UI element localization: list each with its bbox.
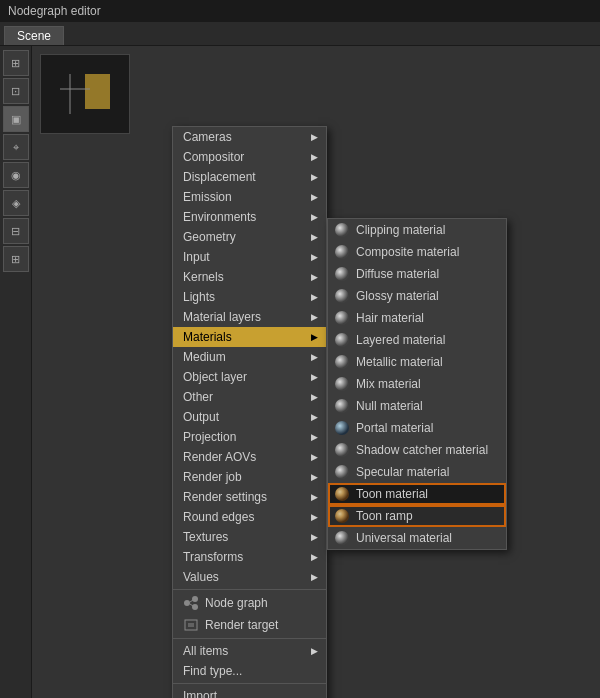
menu-item-render-aovs[interactable]: Render AOVs ▶	[173, 447, 326, 467]
toolbar-icon-4[interactable]: ⌖	[3, 134, 29, 160]
thumbnail-inner	[41, 55, 129, 133]
sphere-icon	[334, 266, 350, 282]
sphere-icon	[334, 310, 350, 326]
menu-item-materials[interactable]: Materials ▶	[173, 327, 326, 347]
svg-point-17	[335, 377, 349, 391]
submenu-composite-material[interactable]: Composite material	[328, 241, 506, 263]
menu-item-material-layers[interactable]: Material layers ▶	[173, 307, 326, 327]
arrow-icon: ▶	[311, 152, 318, 162]
svg-point-11	[335, 245, 349, 259]
menu-item-medium[interactable]: Medium ▶	[173, 347, 326, 367]
menu-item-find-type[interactable]: Find type...	[173, 661, 326, 681]
menu-item-compositor[interactable]: Compositor ▶	[173, 147, 326, 167]
submenu-diffuse-material[interactable]: Diffuse material	[328, 263, 506, 285]
menu-item-emission[interactable]: Emission ▶	[173, 187, 326, 207]
toolbar-icon-3[interactable]: ▣	[3, 106, 29, 132]
svg-point-4	[192, 596, 198, 602]
submenu-glossy-material[interactable]: Glossy material	[328, 285, 506, 307]
tab-scene[interactable]: Scene	[4, 26, 64, 45]
menu-item-import[interactable]: Import...	[173, 686, 326, 698]
arrow-icon: ▶	[311, 412, 318, 422]
svg-point-10	[335, 223, 349, 237]
svg-line-6	[190, 600, 193, 602]
arrow-icon: ▶	[311, 352, 318, 362]
submenu-mix-material[interactable]: Mix material	[328, 373, 506, 395]
svg-point-24	[335, 531, 349, 545]
menu-item-cameras[interactable]: Cameras ▶	[173, 127, 326, 147]
arrow-icon: ▶	[311, 332, 318, 342]
toolbar-icon-8[interactable]: ⊞	[3, 246, 29, 272]
toolbar-icon-5[interactable]: ◉	[3, 162, 29, 188]
sphere-icon	[334, 288, 350, 304]
arrow-icon: ▶	[311, 132, 318, 142]
menu-item-lights[interactable]: Lights ▶	[173, 287, 326, 307]
sphere-icon	[334, 354, 350, 370]
svg-point-19	[335, 421, 349, 435]
menu-item-render-target[interactable]: Render target	[173, 614, 326, 636]
svg-point-15	[335, 333, 349, 347]
main-area: Cameras ▶ Compositor ▶ Displacement ▶ Em…	[32, 46, 600, 698]
submenu-toon-ramp[interactable]: Toon ramp	[328, 505, 506, 527]
arrow-icon: ▶	[311, 292, 318, 302]
sphere-icon	[334, 398, 350, 414]
sphere-icon	[334, 420, 350, 436]
menu-item-geometry[interactable]: Geometry ▶	[173, 227, 326, 247]
render-target-icon	[183, 617, 199, 633]
menu-item-output[interactable]: Output ▶	[173, 407, 326, 427]
menu-item-object-layer[interactable]: Object layer ▶	[173, 367, 326, 387]
separator-2	[173, 638, 326, 639]
menu-item-other[interactable]: Other ▶	[173, 387, 326, 407]
menu-item-projection[interactable]: Projection ▶	[173, 427, 326, 447]
submenu-universal-material[interactable]: Universal material	[328, 527, 506, 549]
toolbar-icon-7[interactable]: ⊟	[3, 218, 29, 244]
arrow-icon: ▶	[311, 392, 318, 402]
sphere-icon	[334, 222, 350, 238]
svg-point-20	[335, 443, 349, 457]
arrow-icon: ▶	[311, 492, 318, 502]
submenu-specular-material[interactable]: Specular material	[328, 461, 506, 483]
svg-rect-9	[188, 623, 194, 627]
svg-point-12	[335, 267, 349, 281]
title-bar-label: Nodegraph editor	[8, 4, 101, 18]
node-graph-icon	[183, 595, 199, 611]
submenu-clipping-material[interactable]: Clipping material	[328, 219, 506, 241]
arrow-icon: ▶	[311, 572, 318, 582]
menu-item-all-items[interactable]: All items ▶	[173, 641, 326, 661]
sphere-icon	[334, 376, 350, 392]
svg-rect-0	[85, 74, 110, 109]
menu-item-displacement[interactable]: Displacement ▶	[173, 167, 326, 187]
submenu-metallic-material[interactable]: Metallic material	[328, 351, 506, 373]
menu-item-render-job[interactable]: Render job ▶	[173, 467, 326, 487]
svg-point-3	[184, 600, 190, 606]
menu-item-node-graph[interactable]: Node graph	[173, 592, 326, 614]
svg-point-5	[192, 604, 198, 610]
menu-item-values[interactable]: Values ▶	[173, 567, 326, 587]
title-bar: Nodegraph editor	[0, 0, 600, 22]
sphere-icon	[334, 332, 350, 348]
sphere-icon	[334, 464, 350, 480]
arrow-icon: ▶	[311, 646, 318, 656]
menu-item-kernels[interactable]: Kernels ▶	[173, 267, 326, 287]
submenu-layered-material[interactable]: Layered material	[328, 329, 506, 351]
sphere-icon	[334, 244, 350, 260]
menu-item-round-edges[interactable]: Round edges ▶	[173, 507, 326, 527]
svg-point-13	[335, 289, 349, 303]
arrow-icon: ▶	[311, 532, 318, 542]
submenu-shadow-catcher-material[interactable]: Shadow catcher material	[328, 439, 506, 461]
toolbar-icon-1[interactable]: ⊞	[3, 50, 29, 76]
menu-item-environments[interactable]: Environments ▶	[173, 207, 326, 227]
toolbar-icon-2[interactable]: ⊡	[3, 78, 29, 104]
menu-item-input[interactable]: Input ▶	[173, 247, 326, 267]
menu-item-transforms[interactable]: Transforms ▶	[173, 547, 326, 567]
context-menu: Cameras ▶ Compositor ▶ Displacement ▶ Em…	[172, 126, 327, 698]
menu-item-textures[interactable]: Textures ▶	[173, 527, 326, 547]
submenu-null-material[interactable]: Null material	[328, 395, 506, 417]
toolbar-icon-6[interactable]: ◈	[3, 190, 29, 216]
submenu-portal-material[interactable]: Portal material	[328, 417, 506, 439]
arrow-icon: ▶	[311, 372, 318, 382]
menu-item-render-settings[interactable]: Render settings ▶	[173, 487, 326, 507]
materials-submenu: Clipping material Composite material Dif…	[327, 218, 507, 550]
submenu-hair-material[interactable]: Hair material	[328, 307, 506, 329]
submenu-toon-material[interactable]: Toon material	[328, 483, 506, 505]
sphere-icon	[334, 530, 350, 546]
